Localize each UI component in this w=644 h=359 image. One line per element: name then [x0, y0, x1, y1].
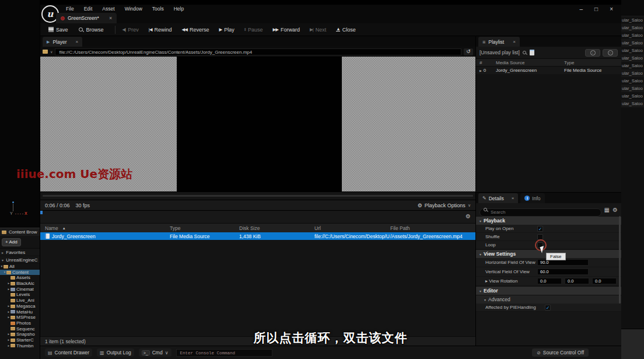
list-item[interactable]: ular_Saloo	[621, 24, 644, 32]
menu-tools[interactable]: Tools	[152, 6, 164, 12]
close-media-button[interactable]: ▲ Close	[336, 27, 355, 33]
cmd-dropdown[interactable]: >_ Cmd ∨	[139, 348, 172, 357]
output-log-button[interactable]: ▥ Output Log	[97, 348, 134, 357]
favorites-row[interactable]: ▸ Favorites	[0, 249, 40, 256]
open-next-button[interactable]: →	[603, 49, 618, 57]
playlist-row-0[interactable]: ▶ 0 Jordy_Greenscreen File Media Source	[476, 67, 621, 74]
tab-info[interactable]: i Info	[520, 193, 544, 203]
tree-item-all[interactable]: ▾All	[0, 264, 40, 270]
source-control-button[interactable]: ⊘ Source Control Off	[532, 348, 589, 357]
playback-options-button[interactable]: ⚙ Playback Options ∨	[418, 203, 471, 208]
tree-item-startercontent[interactable]: ▸StarterC	[0, 337, 40, 343]
open-folder-icon[interactable]	[43, 50, 48, 54]
column-url[interactable]: Url	[314, 225, 390, 231]
folder-icon	[10, 344, 15, 347]
project-root-row[interactable]: ▾ UnrealEngineC	[0, 256, 40, 264]
tab-playlist[interactable]: ≡ Playlist ×	[478, 37, 520, 47]
section-playback[interactable]: ▾ Playback	[476, 216, 621, 225]
column-view-icon[interactable]: ▦	[604, 207, 610, 213]
asset-tab-greenscreen[interactable]: GreenScreen* ×	[56, 13, 117, 23]
tree-item-cinematics[interactable]: ▸Cinemat	[0, 287, 40, 292]
pie-handling-checkbox[interactable]: ✓	[545, 305, 551, 311]
column-file-path[interactable]: File Path	[390, 225, 475, 231]
search-icon[interactable]	[522, 50, 527, 55]
timeline-track[interactable]	[43, 195, 473, 197]
maximize-button[interactable]: □	[594, 6, 598, 12]
tab-player[interactable]: ▶ Player ×	[43, 37, 82, 47]
section-advanced[interactable]: ▾ Advanced	[476, 295, 621, 304]
list-item[interactable]: ular_Saloo	[621, 92, 644, 100]
list-item[interactable]: ular_Saloo	[621, 39, 644, 47]
rotation-z-field[interactable]: 0.0	[592, 278, 617, 284]
menu-file[interactable]: File	[66, 6, 74, 12]
chevron-right-icon[interactable]: ▸	[485, 278, 488, 284]
forward-button[interactable]: ▶▶ Forward	[273, 27, 300, 33]
scrollbar[interactable]	[619, 216, 621, 304]
tree-item-mspresets[interactable]: ▸MSPrese	[0, 315, 40, 320]
tree-item-blackalchemy[interactable]: ▸BlackAlc	[0, 281, 40, 287]
list-item[interactable]: ular_Saloo	[621, 16, 644, 24]
close-icon[interactable]: ×	[75, 39, 78, 44]
rotation-x-field[interactable]: 0.0	[537, 278, 562, 284]
media-url-field[interactable]: file://C:/Users/Cinecom/Desktop/UnrealEn…	[55, 48, 461, 55]
folder-icon	[6, 271, 11, 274]
new-playlist-icon[interactable]	[530, 50, 534, 55]
section-editor[interactable]: ▾ Editor	[476, 286, 621, 295]
save-button[interactable]: Save	[48, 27, 68, 33]
close-tab-icon[interactable]: ×	[109, 15, 112, 21]
vfov-field[interactable]: 60.0	[537, 269, 589, 275]
browse-button[interactable]: Browse	[78, 27, 104, 33]
play-on-open-checkbox[interactable]: ✓	[537, 226, 543, 232]
details-search-input[interactable]	[480, 208, 601, 217]
tree-item-metahumans[interactable]: ▸MetaHu	[0, 309, 40, 315]
tree-item-assets[interactable]: Assets	[0, 275, 40, 281]
content-drawer-button[interactable]: ▤ Content Drawer	[45, 348, 92, 357]
library-settings-button[interactable]: ⚙	[466, 213, 471, 219]
console-command-input[interactable]: Enter Console Command	[176, 349, 272, 357]
column-name[interactable]: Name ▲	[40, 225, 170, 231]
list-item[interactable]: ular_Saloo	[621, 32, 644, 39]
close-icon[interactable]: ×	[512, 196, 514, 201]
list-item[interactable]: ular_Saloo	[621, 62, 644, 69]
table-row-jordy-greenscreen[interactable]: Jordy_Greenscreen File Media Source 1,43…	[40, 232, 475, 240]
list-item[interactable]: ular_Saloo	[621, 85, 644, 92]
list-item[interactable]: ular_Saloo	[621, 47, 644, 54]
column-type[interactable]: Type	[170, 225, 239, 231]
tab-details[interactable]: ✎ Details ×	[478, 193, 518, 203]
chevron-down-icon[interactable]: ∨	[50, 50, 52, 54]
rotation-y-field[interactable]: 0.0	[565, 278, 589, 284]
menu-asset[interactable]: Asset	[102, 6, 114, 12]
list-item[interactable]: ular_Saloo	[621, 77, 644, 85]
close-icon[interactable]: ×	[513, 39, 516, 44]
tree-item-sequences[interactable]: Sequenc	[0, 326, 40, 332]
list-item[interactable]: ular_Saloo	[621, 69, 644, 77]
close-window-button[interactable]: ×	[610, 6, 613, 12]
tree-item-thumbnails[interactable]: ▸Thumbn	[0, 343, 40, 349]
scrub-bar[interactable]	[40, 191, 475, 200]
playlist-panel: ≡ Playlist × [Unsaved play list] ↓ →	[476, 36, 621, 193]
rewind-button[interactable]: |◀ Rewind	[149, 27, 172, 33]
menu-help[interactable]: Help	[174, 6, 184, 12]
tree-item-levels[interactable]: Levels	[0, 292, 40, 298]
folder-icon	[10, 276, 15, 280]
shuffle-checkbox[interactable]	[537, 234, 543, 240]
menu-window[interactable]: Window	[125, 6, 142, 12]
menu-edit[interactable]: Edit	[84, 6, 93, 12]
list-item[interactable]: ular_Saloo	[621, 54, 644, 62]
details-settings-icon[interactable]: ⚙	[612, 207, 618, 213]
list-item[interactable]: ular_Saloo	[621, 100, 644, 107]
add-button[interactable]: + Add	[2, 238, 21, 246]
tree-item-megascans[interactable]: ▸Megasca	[0, 304, 40, 309]
add-media-button[interactable]: ↓	[585, 49, 600, 57]
tree-item-live-anim[interactable]: Live_Ani	[0, 298, 40, 304]
reload-media-button[interactable]: ↺	[464, 48, 473, 55]
minimize-button[interactable]: –	[580, 6, 583, 12]
folder-tree: ▾All ▾Content Assets ▸BlackAlc ▸Cinemat …	[0, 264, 40, 348]
column-disk-size[interactable]: Disk Size	[239, 225, 314, 231]
play-button[interactable]: ▶ Play	[219, 27, 235, 33]
axis-x-line	[15, 214, 23, 214]
reverse-button[interactable]: ◀◀ Reverse	[182, 27, 209, 33]
tree-item-photos[interactable]: Photos	[0, 320, 40, 326]
tree-item-snapshots[interactable]: ▸Snapsho	[0, 332, 40, 337]
tree-item-content[interactable]: ▾Content	[0, 270, 40, 276]
